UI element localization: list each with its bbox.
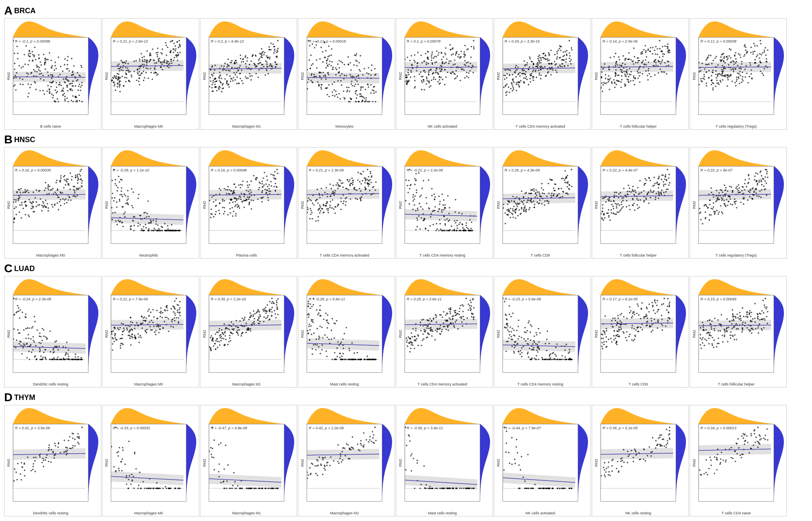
svg-point-4839 (51, 449, 52, 451)
svg-point-1268 (503, 87, 505, 88)
svg-point-3619 (129, 338, 131, 339)
svg-point-403 (121, 69, 122, 71)
svg-point-5352 (659, 437, 661, 438)
svg-point-565 (241, 69, 243, 71)
svg-point-4267 (539, 332, 541, 334)
svg-point-175 (72, 95, 74, 97)
svg-point-4907 (116, 452, 118, 454)
y-label-text-1-0: RM2 (7, 201, 11, 209)
svg-point-2059 (127, 198, 129, 200)
svg-point-3935 (353, 352, 355, 354)
svg-point-4270 (513, 330, 515, 331)
x-label-3-2: Macrophages M1 (209, 511, 284, 515)
svg-point-3526 (136, 322, 138, 324)
svg-point-3071 (645, 199, 647, 200)
svg-point-4777 (72, 438, 74, 439)
svg-point-1522 (650, 76, 652, 78)
svg-point-1811 (65, 198, 67, 200)
svg-point-3636 (138, 337, 140, 338)
svg-point-4114 (441, 329, 443, 331)
svg-point-663 (253, 63, 255, 64)
svg-point-972 (473, 46, 475, 48)
svg-point-3444 (64, 359, 65, 360)
svg-point-5288 (617, 461, 619, 462)
svg-point-1923 (31, 208, 32, 209)
density-top-0-3 (307, 19, 382, 37)
svg-point-3570 (155, 330, 157, 331)
svg-point-3562 (118, 329, 120, 331)
svg-point-96 (33, 69, 35, 71)
svg-point-2980 (665, 176, 667, 178)
svg-point-3944 (341, 342, 342, 343)
svg-point-3435 (20, 341, 22, 343)
scatter-svg-3-7 (699, 424, 774, 501)
svg-point-3833 (214, 343, 216, 344)
svg-point-1503 (624, 64, 626, 65)
density-right-1-0 (88, 166, 101, 244)
svg-point-3823 (259, 314, 261, 316)
svg-point-4637 (708, 338, 710, 339)
svg-point-2870 (567, 193, 569, 195)
svg-point-210 (46, 59, 48, 60)
svg-point-1302 (557, 56, 558, 58)
svg-point-3351 (26, 357, 28, 359)
svg-point-752 (325, 67, 327, 69)
svg-point-5038 (307, 474, 309, 476)
svg-point-408 (112, 77, 114, 79)
svg-point-4865 (136, 468, 137, 470)
svg-point-4559 (612, 326, 613, 328)
svg-point-3489 (120, 345, 121, 347)
svg-point-4573 (621, 313, 623, 314)
svg-point-1155 (566, 55, 568, 56)
svg-point-4753 (705, 329, 707, 331)
svg-point-5062 (348, 444, 349, 446)
svg-point-5009 (253, 488, 255, 489)
svg-point-4550 (634, 314, 636, 315)
svg-point-1119 (427, 57, 429, 58)
svg-point-4179 (468, 304, 469, 305)
svg-point-5406 (760, 435, 761, 437)
svg-point-1818 (47, 187, 49, 189)
stat-text-1-6: R = 0.22, p = 4.4e-07 (602, 168, 638, 172)
svg-point-1599 (764, 47, 766, 49)
svg-point-2623 (418, 172, 420, 174)
svg-point-528 (240, 58, 242, 59)
svg-point-1276 (555, 63, 557, 65)
svg-point-991 (426, 64, 427, 65)
svg-point-394 (162, 53, 163, 55)
svg-point-2282 (259, 187, 260, 188)
svg-point-347 (115, 90, 117, 91)
svg-point-171 (40, 73, 42, 74)
svg-point-737 (361, 101, 363, 102)
svg-point-4564 (620, 326, 622, 328)
svg-point-3263 (721, 197, 722, 199)
svg-point-2075 (114, 183, 116, 185)
svg-point-1367 (659, 48, 661, 50)
svg-point-4881 (150, 488, 151, 489)
svg-point-5158 (417, 462, 418, 464)
svg-point-2386 (320, 210, 321, 212)
svg-point-2008 (148, 200, 149, 202)
svg-point-4915 (122, 450, 124, 451)
svg-point-4747 (727, 341, 729, 343)
svg-point-5173 (456, 488, 457, 489)
svg-point-4210 (509, 314, 510, 315)
svg-point-3038 (633, 203, 635, 205)
svg-point-1564 (662, 51, 663, 52)
svg-point-167 (73, 74, 74, 76)
svg-point-3228 (717, 197, 719, 198)
svg-point-4718 (764, 319, 766, 321)
svg-point-688 (328, 74, 329, 76)
svg-point-960 (433, 77, 435, 79)
svg-point-3233 (699, 208, 700, 209)
svg-point-1788 (767, 49, 769, 51)
svg-point-1025 (416, 70, 418, 72)
svg-point-2952 (669, 182, 671, 184)
stat-text-3-3: R = 0.42, p = 2.2e-06 (309, 426, 344, 430)
svg-point-283 (147, 68, 149, 70)
svg-point-4648 (760, 313, 762, 315)
plot-inner-0-5: RM2R = 0.24, p = 3.3e-15 T cells CD4 mem… (494, 19, 591, 129)
svg-point-2833 (563, 191, 564, 193)
svg-point-3129 (766, 183, 767, 184)
svg-point-3622 (166, 306, 167, 307)
